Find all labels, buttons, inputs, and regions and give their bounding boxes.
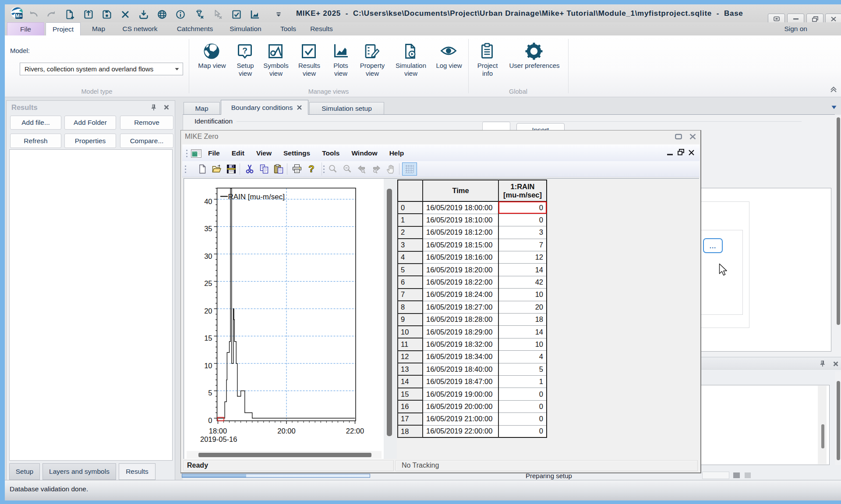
mdi-close-button[interactable] — [688, 148, 695, 156]
toolbar-new-button[interactable] — [196, 163, 209, 175]
results-panel-pin-button[interactable] — [150, 104, 157, 111]
bottom-mini-button[interactable] — [702, 472, 729, 479]
time-cell[interactable]: 16/05/2019 18:16:00 — [423, 251, 498, 264]
row-header-cell[interactable]: 5 — [398, 264, 423, 276]
mikezero-menu-file[interactable]: File — [208, 149, 220, 157]
qat-validate-clear-icon[interactable] — [193, 8, 205, 21]
rain-column-header[interactable]: 1:RAIN[mu-m/sec] — [498, 180, 547, 201]
time-cell[interactable]: 16/05/2019 18:24:00 — [423, 289, 498, 301]
rain-value-cell[interactable]: 0 — [498, 388, 547, 400]
ribbon-collapse-button[interactable] — [829, 86, 839, 94]
row-header-cell[interactable]: 18 — [398, 425, 423, 437]
row-header-cell[interactable]: 1 — [398, 214, 423, 226]
menu-tab-map[interactable]: Map — [84, 22, 113, 35]
time-cell[interactable]: 16/05/2019 18:27:00 — [423, 301, 498, 313]
row-header-cell[interactable]: 10 — [398, 326, 423, 338]
qat-save-icon[interactable] — [101, 8, 113, 21]
document-tab-close-button[interactable] — [297, 105, 308, 111]
panel-tab-setup[interactable]: Setup — [9, 463, 40, 480]
toolbar-pan-button[interactable] — [384, 163, 397, 175]
toolbar-help-button[interactable]: ? — [305, 163, 318, 175]
toolbar-open-button[interactable] — [210, 163, 223, 175]
menu-tab-simulation[interactable]: Simulation — [225, 22, 266, 35]
rain-value-cell[interactable]: 7 — [498, 239, 547, 251]
time-cell[interactable]: 16/05/2019 22:00:00 — [423, 425, 498, 437]
rain-value-cell[interactable]: 0 — [498, 214, 547, 226]
rain-value-cell-selected[interactable]: 0 — [498, 201, 547, 214]
tab-overflow-button[interactable] — [831, 104, 838, 110]
scrollbar-thumb[interactable] — [387, 189, 392, 436]
rain-value-cell[interactable]: 42 — [498, 276, 547, 288]
rain-value-cell[interactable]: 3 — [498, 226, 547, 239]
mikezero-close-button[interactable] — [689, 134, 696, 140]
toolbar-cut-button[interactable] — [243, 163, 256, 175]
mikezero-menu-tools[interactable]: Tools — [322, 149, 339, 157]
results-button-add-file[interactable]: Add file... — [10, 116, 61, 130]
rain-value-cell[interactable]: 5 — [498, 363, 547, 375]
toolbar-zoom-out-button[interactable] — [341, 163, 354, 175]
document-tab-boundary-conditions[interactable]: Boundary conditions — [221, 100, 308, 115]
time-cell[interactable]: 16/05/2019 18:40:00 — [423, 363, 498, 375]
row-header-cell[interactable]: 12 — [398, 351, 423, 363]
model-type-select[interactable]: Rivers, collection system and overland f… — [20, 63, 183, 75]
ribbon-button-log-view[interactable]: Log view — [430, 40, 468, 83]
log-inner-scrollbar[interactable] — [818, 386, 827, 464]
qat-info-icon[interactable] — [174, 8, 187, 21]
qat-pointer-clear-icon[interactable] — [212, 8, 224, 21]
toolbar-zoom-in-button[interactable] — [326, 163, 339, 175]
time-cell[interactable]: 16/05/2019 18:28:00 — [423, 314, 498, 326]
menu-tab-results[interactable]: Results — [305, 22, 338, 35]
row-header-cell[interactable]: 8 — [398, 301, 423, 313]
time-column-header[interactable]: Time — [423, 180, 498, 201]
rain-value-cell[interactable]: 10 — [498, 338, 547, 350]
row-header-cell[interactable]: 16 — [398, 400, 423, 412]
mikezero-maximize-button[interactable] — [675, 134, 682, 140]
qat-checkbox-icon[interactable] — [230, 8, 243, 21]
toolbar-grid-button[interactable] — [402, 162, 417, 176]
qat-globe-icon[interactable] — [156, 8, 168, 21]
row-header-cell[interactable]: 11 — [398, 338, 423, 350]
mdi-minimize-button[interactable] — [667, 148, 674, 156]
results-button-remove[interactable]: Remove — [120, 116, 173, 130]
sign-on-button[interactable]: Sign on — [784, 22, 807, 35]
log-panel-close-button[interactable] — [833, 361, 839, 367]
toolbar-save-button[interactable] — [225, 163, 238, 175]
row-header-cell[interactable]: 7 — [398, 289, 423, 301]
panel-tab-layers-and-symbols[interactable]: Layers and symbols — [42, 463, 116, 480]
row-header-cell[interactable]: 4 — [398, 251, 423, 264]
timeseries-chart[interactable]: 051015202530354018:0020:0022:002019-05-1… — [184, 179, 384, 450]
scrollbar-thumb[interactable] — [198, 453, 371, 457]
time-cell[interactable]: 16/05/2019 18:34:00 — [423, 351, 498, 363]
menu-tab-tools[interactable]: Tools — [274, 22, 302, 35]
toolbar-zoom-next-button[interactable] — [370, 163, 383, 175]
menu-tab-cs-network[interactable]: CS network — [115, 22, 165, 35]
results-panel-close-button[interactable] — [163, 104, 170, 110]
qat-undo-icon[interactable] — [27, 8, 39, 21]
ribbon-button-user-preferences[interactable]: User preferences — [516, 40, 553, 83]
document-tab-map[interactable]: Map — [184, 102, 220, 115]
row-header-cell[interactable]: 2 — [398, 226, 423, 239]
toolbar-paste-button[interactable] — [272, 163, 285, 175]
results-button-refresh[interactable]: Refresh — [10, 134, 61, 148]
time-cell[interactable]: 16/05/2019 18:47:00 — [423, 375, 498, 388]
timeseries-table[interactable]: Time1:RAIN[mu-m/sec]016/05/2019 18:00:00… — [397, 180, 547, 438]
time-cell[interactable]: 16/05/2019 18:00:00 — [423, 201, 498, 214]
qat-close-project-icon[interactable] — [119, 8, 131, 21]
results-button-properties[interactable]: Properties — [64, 134, 116, 148]
chart-horizontal-scrollbar[interactable] — [187, 451, 382, 458]
mikezero-menu-window[interactable]: Window — [351, 149, 377, 157]
ribbon-button-map-view[interactable]: Map view — [193, 40, 231, 83]
chart-vertical-scrollbar[interactable] — [384, 179, 397, 459]
row-header-cell[interactable]: 15 — [398, 388, 423, 400]
rain-value-cell[interactable]: 0 — [498, 400, 547, 412]
row-header-cell[interactable]: 14 — [398, 375, 423, 388]
qat-redo-icon[interactable] — [46, 8, 58, 21]
editor-vertical-scrollbar[interactable] — [835, 115, 841, 357]
mikezero-titlebar[interactable]: MIKE Zero — [181, 130, 700, 144]
qat-toolbar-overflow-icon[interactable] — [272, 8, 285, 21]
document-tab-simulation-setup[interactable]: Simulation setup — [309, 102, 384, 115]
log-vertical-scrollbar[interactable] — [835, 371, 841, 477]
time-cell[interactable]: 16/05/2019 20:00:00 — [423, 400, 498, 412]
row-header-cell[interactable]: 9 — [398, 314, 423, 326]
row-header-cell[interactable]: 3 — [398, 239, 423, 251]
